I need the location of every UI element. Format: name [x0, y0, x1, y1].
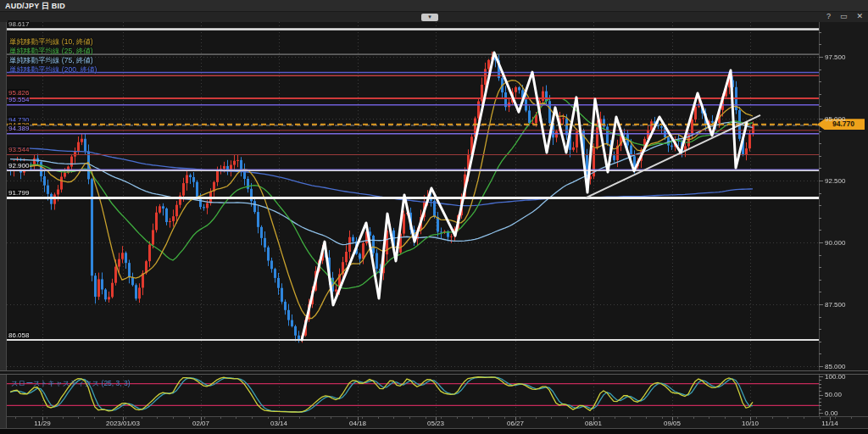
- price-level-label: 86.058: [8, 331, 30, 339]
- date-axis-label: 04/18: [349, 420, 366, 427]
- price-level-label: 93.544: [8, 146, 30, 153]
- legend-item-ma200[interactable]: 単純移動平均線 (200, 終値): [9, 65, 97, 74]
- close-button[interactable]: ✕: [856, 12, 863, 20]
- left-collapsed-panel-rail[interactable]: [0, 22, 7, 428]
- price-axis-label: 87.500: [825, 301, 845, 309]
- date-axis-label: 08/01: [585, 420, 602, 427]
- stochastics-legend[interactable]: スローストキャスティクス (25, 3, 3): [11, 379, 131, 389]
- price-level-label: 98.617: [8, 20, 30, 28]
- date-axis-label: 06/27: [507, 420, 524, 427]
- date-axis-label: 09/05: [664, 420, 681, 427]
- price-axis-label: 90.000: [825, 239, 845, 247]
- price-level-label: 94.389: [8, 125, 30, 132]
- date-axis-label: 10/10: [742, 420, 759, 427]
- price-chart-canvas[interactable]: [0, 0, 868, 434]
- legend-item-ma75[interactable]: 単純移動平均線 (75, 終値): [9, 56, 93, 64]
- symbol-title: AUD/JPY 日 BID: [5, 1, 65, 12]
- trading-app-window: AUD/JPY 日 BID ▾ ?▭✕ 単純移動平均線 (10, 終値)単純移動…: [0, 0, 868, 434]
- date-axis-label: 11/14: [821, 420, 837, 427]
- price-axis-label: 97.500: [825, 53, 845, 61]
- date-axis-label: 02/07: [192, 420, 209, 427]
- stoch-axis-label: 0.00: [825, 409, 838, 417]
- price-level-label: 95.554: [8, 96, 30, 103]
- price-axis-label: 92.500: [825, 177, 845, 185]
- date-axis-label: 11/29: [34, 420, 50, 427]
- date-axis-label: 2023/01/03: [106, 420, 140, 427]
- stoch-axis-label: 100.00: [825, 373, 845, 381]
- price-level-label: 92.900: [8, 162, 30, 170]
- stoch-axis-label: 50.00: [825, 391, 842, 398]
- date-axis-label: 05/23: [427, 420, 444, 427]
- maximize-button[interactable]: ▭: [840, 12, 848, 20]
- price-axis-label: 85.000: [825, 363, 845, 370]
- date-axis-label: 03/14: [270, 420, 287, 427]
- price-axis-label: 95.000: [825, 115, 845, 123]
- pane-splitter[interactable]: [0, 370, 868, 375]
- help-button[interactable]: ?: [826, 12, 831, 20]
- window-controls: ?▭✕: [826, 12, 863, 20]
- chart-title-bar[interactable]: AUD/JPY 日 BID: [0, 0, 868, 12]
- legend-item-ma10[interactable]: 単純移動平均線 (10, 終値): [9, 37, 93, 46]
- collapse-toolbar-button[interactable]: ▾: [421, 14, 438, 21]
- price-level-label: 91.799: [8, 189, 30, 197]
- legend-item-ma25[interactable]: 単純移動平均線 (25, 終値): [9, 47, 93, 55]
